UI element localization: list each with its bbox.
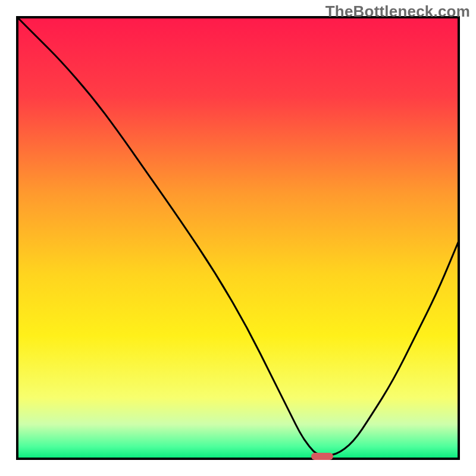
- plot-area: [16, 16, 460, 460]
- watermark-text: TheBottleneck.com: [325, 2, 470, 21]
- chart-container: TheBottleneck.com: [0, 0, 476, 476]
- heatmap-background: [16, 16, 460, 460]
- optimal-marker: [311, 453, 333, 460]
- plot-svg: [16, 16, 460, 460]
